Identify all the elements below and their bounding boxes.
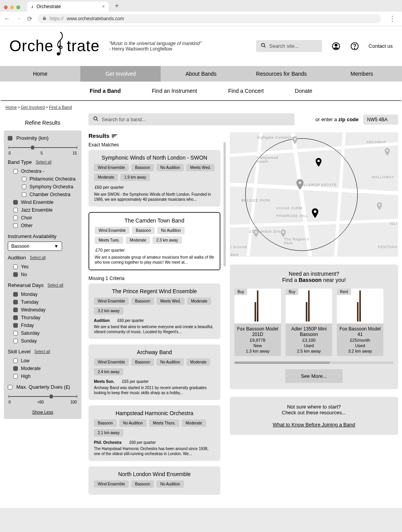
instrument-card[interactable]: BuyAdler 1350P Mini Bassoon£3,100Used2.5… (286, 289, 332, 356)
band-type-orchestra-[interactable]: Orchestra - (8, 167, 78, 175)
checkbox[interactable] (13, 331, 18, 336)
band-type-jazz-ensemble[interactable]: Jazz Ensemble (8, 206, 78, 214)
skill-low[interactable]: Low (8, 357, 78, 365)
rehearsal-sunday[interactable]: Sunday (8, 337, 78, 345)
checkbox-proximity[interactable] (8, 136, 12, 141)
window-min-dot[interactable] (10, 5, 14, 9)
results-scrollbar[interactable] (224, 142, 226, 266)
address-bar[interactable]: https://www.orchestratebands.com (38, 14, 381, 23)
help-icon[interactable] (350, 42, 359, 51)
band-card[interactable]: North London Wind EnsembleWind EnsembleB… (88, 466, 220, 495)
instrument-card[interactable]: RentFox Bassoon Model 41£25/monthUsed3.2… (337, 289, 383, 356)
skill-high[interactable]: High (8, 372, 78, 380)
rehearsal-monday[interactable]: Monday (8, 290, 78, 298)
band-type-symphony-orchestra[interactable]: Symphony Orchestra (8, 183, 78, 191)
checkbox[interactable] (13, 315, 18, 320)
checkbox[interactable] (13, 264, 18, 269)
checkbox[interactable] (13, 208, 18, 212)
checkbox[interactable] (13, 339, 18, 343)
band-card[interactable]: The Prince Regent Wind EnsembleWind Ense… (88, 283, 220, 339)
checkbox[interactable] (13, 169, 18, 174)
checkbox[interactable] (13, 292, 18, 297)
reload-icon[interactable]: ⟳ (27, 15, 32, 23)
checkbox[interactable] (13, 323, 18, 328)
checkbox[interactable] (13, 374, 18, 379)
site-logo[interactable]: Orche trate (9, 31, 100, 61)
window-max-dot[interactable] (16, 5, 20, 9)
instrument-select[interactable]: Bassoon ▼ (8, 242, 62, 251)
band-type-chamber-orchestra[interactable]: Chamber Orchestra (8, 191, 78, 198)
checkbox[interactable] (22, 192, 26, 197)
skill-moderate[interactable]: Moderate (8, 365, 78, 372)
checkbox[interactable] (13, 300, 18, 304)
band-type-other[interactable]: Other (8, 222, 78, 229)
band-type-choir[interactable]: Choir (8, 214, 78, 222)
band-tag: 2.1 km away (94, 429, 123, 436)
forward-icon[interactable]: → (16, 15, 22, 22)
see-more-button[interactable]: See More... (285, 369, 342, 383)
back-icon[interactable]: ← (4, 15, 10, 22)
sort-icon[interactable] (112, 134, 117, 137)
proximity-slider[interactable] (9, 145, 77, 150)
nav-get-involved[interactable]: Get Involved (80, 66, 161, 82)
site-search[interactable]: Search site... (256, 40, 322, 52)
crumb-find-band[interactable]: Find a Band (49, 105, 72, 110)
audition-no[interactable]: No (8, 271, 78, 278)
subnav-find-a-concert[interactable]: Find a Concert (228, 88, 264, 94)
checkbox[interactable] (22, 177, 26, 181)
dues-slider[interactable] (9, 394, 77, 399)
rehearsal-friday[interactable]: Friday (8, 322, 78, 329)
checkbox[interactable] (13, 366, 18, 371)
checkbox-dues[interactable] (8, 385, 12, 389)
window-close-dot[interactable] (4, 5, 8, 9)
band-type-philarmonic-orchestra[interactable]: Philarmonic Orchestra (8, 175, 78, 183)
band-type-wind-ensemble[interactable]: Wind Ensemble (8, 198, 78, 206)
instrument-card[interactable]: BuyFox Bassoon Model 201D£9,8778New1.3 k… (234, 289, 281, 356)
band-card[interactable]: Archway BandWind EnsembleBassoonNo Audit… (88, 344, 220, 400)
checkbox[interactable] (13, 272, 18, 277)
nav-home[interactable]: Home (0, 66, 80, 82)
resource-link[interactable]: What to Know Before Joining a Band (273, 422, 355, 428)
map-result-pin-icon[interactable] (315, 158, 322, 167)
band-card[interactable]: Hampstead Harmonic OrchestraBassoonNo Au… (88, 405, 220, 461)
results-map[interactable]: Highgate Cemetery ARCHWAY Hampstead Heat… (230, 132, 398, 257)
instrument-scrollbar[interactable] (234, 362, 393, 364)
instrument-carousel[interactable]: BuyFox Bassoon Model 201D£9,8778New1.3 k… (234, 283, 393, 359)
show-less-link[interactable]: Show Less (8, 404, 78, 414)
account-icon[interactable] (331, 42, 341, 51)
subnav-donate[interactable]: Donate (295, 88, 312, 94)
checkbox[interactable] (13, 358, 18, 363)
rehearsal-tuesday[interactable]: Tuesday (8, 298, 78, 306)
subnav-find-a-band[interactable]: Find a Band (90, 88, 121, 94)
checkbox[interactable] (13, 200, 18, 205)
checkbox[interactable] (13, 223, 18, 228)
rehearsal-saturday[interactable]: Saturday (8, 329, 78, 337)
audition-yes[interactable]: Yes (8, 263, 78, 271)
checkbox[interactable] (22, 184, 26, 189)
select-all-skill[interactable]: Select all (35, 349, 50, 354)
checkbox[interactable] (13, 216, 18, 220)
checkbox[interactable] (13, 308, 18, 312)
map-result-pin-icon[interactable] (311, 208, 319, 218)
new-tab-button[interactable]: + (112, 2, 122, 12)
subnav-find-an-instrument[interactable]: Find an Instrument (152, 88, 197, 94)
browser-tab[interactable]: ♪ Orchestrate × (27, 2, 109, 12)
rehearsal-wednesday[interactable]: Wednesday (8, 306, 78, 314)
browser-menu-icon[interactable]: ⋮ (386, 14, 398, 23)
band-search[interactable]: Search for a band... (88, 113, 295, 125)
nav-members[interactable]: Members (322, 66, 402, 82)
band-card[interactable]: Symphonic Winds of North London - SWONWi… (88, 150, 220, 207)
select-all-rehearsal[interactable]: Select all (48, 283, 64, 287)
select-all-audition[interactable]: Select all (30, 256, 46, 260)
contact-link[interactable]: Contact us (369, 43, 393, 49)
band-tag: Wind Ensemble (94, 164, 129, 171)
crumb-get-involved[interactable]: Get Involved (21, 105, 45, 110)
band-card[interactable]: The Camden Town BandWind EnsembleBassoon… (88, 212, 220, 270)
select-all-band-type[interactable]: Select all (36, 160, 52, 164)
zip-input[interactable]: NW5 4BA (363, 115, 398, 125)
crumb-home[interactable]: Home (5, 105, 17, 110)
close-icon[interactable]: × (102, 4, 105, 9)
nav-about-bands[interactable]: About Bands (161, 66, 241, 82)
rehearsal-thursday[interactable]: Thursday (8, 314, 78, 322)
nav-resources-for-bands[interactable]: Resources for Bands (241, 66, 322, 82)
